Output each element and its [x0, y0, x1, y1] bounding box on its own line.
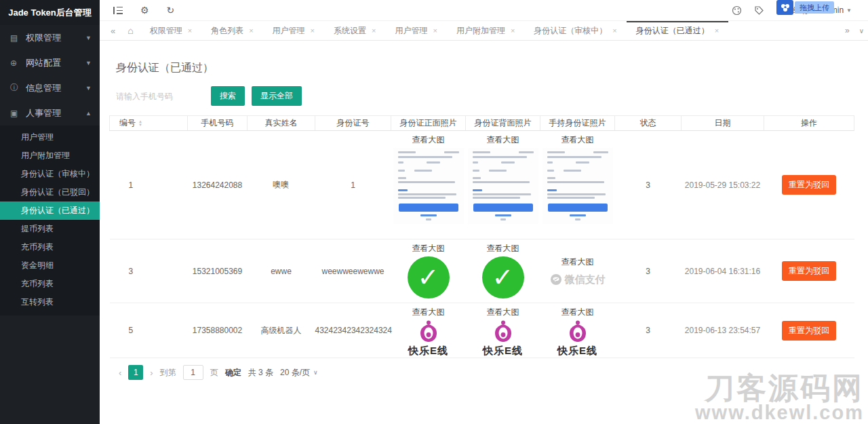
home-icon[interactable]: ⌂ — [121, 25, 140, 36]
sidebar-item-id-auth-pending[interactable]: 身份认证（审核中） — [0, 165, 100, 183]
show-all-button[interactable]: 显示全部 — [252, 86, 302, 106]
cell-id-number: 1 — [315, 131, 391, 239]
goto-suffix-label: 页 — [210, 367, 218, 379]
wechat-icon — [550, 273, 562, 286]
tab-user-management[interactable]: 用户管理× — [263, 21, 324, 41]
header-id-handheld: 手持身份证照片 — [540, 116, 615, 131]
sidebar-group-hr[interactable]: ▣ 人事管理 ▲ — [0, 100, 100, 126]
tab-label: 权限管理 — [150, 25, 182, 37]
upload-widget-logo-icon — [776, 0, 793, 15]
sidebar-item-deposit-list-2[interactable]: 充币列表 — [0, 275, 100, 293]
tab-label: 系统设置 — [334, 25, 366, 37]
close-tab-icon[interactable]: × — [433, 26, 437, 35]
id-photo-thumbnail — [542, 148, 613, 224]
wechat-pay-logo: 微信支付 — [540, 273, 615, 286]
sidebar-item-id-auth-rejected[interactable]: 身份认证（已驳回） — [0, 183, 100, 201]
cell-id-number: 43242342342324324 — [315, 303, 391, 358]
cell-id-handheld-photo: 查看大图 微信支付 — [540, 239, 615, 303]
view-large-link[interactable]: 查看大图 — [391, 243, 466, 254]
header-status: 状态 — [615, 116, 682, 131]
sidebar-item-withdraw-list[interactable]: 提币列表 — [0, 220, 100, 238]
view-large-link[interactable]: 查看大图 — [540, 256, 615, 268]
watermark-line2: www.dkewl.com — [695, 403, 864, 423]
chevron-down-icon: ▼ — [85, 60, 92, 66]
sidebar-group-permissions[interactable]: ▤ 权限管理 ▼ — [0, 25, 100, 50]
sidebar-item-deposit-list[interactable]: 充币列表 — [0, 238, 100, 256]
next-page-icon[interactable]: › — [150, 368, 153, 378]
sidebar-group-site-config[interactable]: ⊕ 网站配置 ▼ — [0, 50, 100, 75]
page-content: 身份认证（已通过） 搜索 显示全部 编号▲▼ 手机号码 真实姓名 — [100, 41, 868, 424]
close-tab-icon[interactable]: × — [372, 26, 376, 35]
reset-rejected-button[interactable]: 重置为驳回 — [782, 261, 836, 281]
sidebar-submenu: 用户管理 用户附加管理 身份认证（审核中） 身份认证（已驳回） 身份认证（已通过… — [0, 126, 100, 315]
view-large-link[interactable]: 查看大图 — [540, 307, 615, 318]
drag-upload-widget[interactable]: 拖拽上传 — [776, 0, 834, 15]
menu-fold-icon[interactable] — [113, 7, 123, 14]
view-large-link[interactable]: 查看大图 — [391, 307, 466, 318]
sidebar-group-info[interactable]: ⓘ 信息管理 ▼ — [0, 75, 100, 100]
header-no[interactable]: 编号▲▼ — [110, 116, 188, 131]
sidebar-item-user-management[interactable]: 用户管理 — [0, 128, 100, 147]
reset-rejected-button[interactable]: 重置为驳回 — [782, 321, 836, 341]
close-tab-icon[interactable]: × — [188, 26, 192, 35]
tab-permissions[interactable]: 权限管理× — [140, 21, 201, 41]
table-header-row: 编号▲▼ 手机号码 真实姓名 身份证号 身份证正面照片 身份证背面照片 手持身份… — [110, 116, 854, 131]
sidebar-item-transfer-list[interactable]: 互转列表 — [0, 293, 100, 311]
caret-down-icon: ▼ — [846, 7, 852, 14]
close-tab-icon[interactable]: × — [715, 26, 719, 35]
cell-id-front-photo: 查看大图 快乐E线 — [391, 303, 466, 358]
close-tab-icon[interactable]: × — [249, 26, 253, 35]
cell-phone: 15321005369 — [188, 239, 248, 303]
goto-page-input[interactable] — [183, 365, 203, 380]
tag-icon[interactable] — [754, 5, 764, 16]
view-large-link[interactable]: 查看大图 — [466, 134, 540, 146]
id-photo-thumbnail — [468, 148, 538, 224]
page-size-select[interactable]: 20 条/页 ∨ — [280, 367, 318, 379]
cell-id-front-photo: 查看大图 — [391, 131, 466, 239]
search-input[interactable] — [116, 92, 204, 101]
table-row: 3 15321005369 ewwe weewweewewwe 查看大图 ✓ 查… — [110, 239, 854, 303]
tab-system-settings[interactable]: 系统设置× — [324, 21, 385, 41]
close-tab-icon[interactable]: × — [612, 26, 616, 35]
expand-tabs-icon[interactable]: » — [845, 26, 850, 35]
cell-status: 3 — [615, 303, 682, 358]
tab-id-auth-pending[interactable]: 身份认证（审核中）× — [524, 21, 626, 41]
table-row: 5 17358880002 高级机器人 43242342342324324 查看… — [110, 303, 854, 358]
hr-icon: ▣ — [10, 109, 21, 118]
sidebar-group-label: 人事管理 — [26, 107, 85, 119]
tab-user-management-2[interactable]: 用户管理× — [385, 21, 446, 41]
tab-user-extra[interactable]: 用户附加管理× — [447, 21, 524, 41]
app-logo: Jade Token后台管理 — [0, 0, 100, 25]
view-large-link[interactable]: 查看大图 — [466, 243, 540, 254]
tab-role-list[interactable]: 角色列表× — [201, 21, 262, 41]
tab-menu-icon[interactable]: ∨ — [859, 27, 864, 35]
view-large-link[interactable]: 查看大图 — [540, 134, 615, 146]
view-large-link[interactable]: 查看大图 — [466, 307, 540, 318]
cell-date: 2019-06-04 16:31:16 — [682, 239, 764, 303]
sidebar-item-user-extra[interactable]: 用户附加管理 — [0, 147, 100, 165]
reset-rejected-button[interactable]: 重置为驳回 — [782, 175, 836, 195]
tab-id-auth-approved[interactable]: 身份认证（已通过）× — [627, 21, 728, 41]
tab-label: 用户管理 — [395, 25, 427, 37]
gear-icon[interactable]: ⚙ — [140, 5, 149, 15]
tab-label: 身份认证（已通过） — [636, 25, 709, 37]
sidebar-item-fund-detail[interactable]: 资金明细 — [0, 256, 100, 275]
cell-id-back-photo: 查看大图 快乐E线 — [466, 303, 540, 358]
search-button[interactable]: 搜索 — [211, 86, 245, 106]
cell-no: 3 — [110, 239, 188, 303]
cell-date: 2019-06-13 23:54:57 — [682, 303, 764, 358]
header-date: 日期 — [682, 116, 764, 131]
goto-confirm-button[interactable]: 确定 — [225, 367, 241, 379]
cell-name: 高级机器人 — [248, 303, 315, 358]
close-tab-icon[interactable]: × — [511, 26, 515, 35]
prev-page-icon[interactable]: ‹ — [119, 368, 121, 378]
close-tab-icon[interactable]: × — [311, 26, 315, 35]
sidebar-item-id-auth-approved[interactable]: 身份认证（已通过） — [0, 201, 100, 220]
page-number-button[interactable]: 1 — [128, 365, 143, 380]
view-large-link[interactable]: 查看大图 — [391, 134, 466, 146]
pagination: ‹ 1 › 到第 页 确定 共 3 条 20 条/页 ∨ — [119, 365, 868, 380]
palette-icon[interactable] — [732, 5, 742, 16]
sort-icon[interactable]: ▲▼ — [138, 120, 142, 126]
collapse-tabs-icon[interactable]: « — [105, 26, 121, 36]
refresh-icon[interactable]: ↻ — [167, 5, 175, 15]
